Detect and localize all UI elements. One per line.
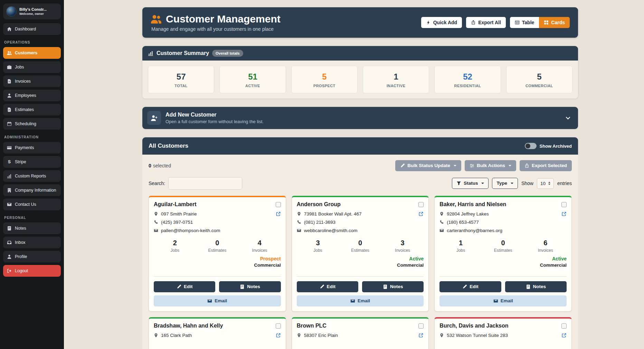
- page-subtitle: Manage and engage with all your customer…: [151, 26, 281, 32]
- pin-icon: [297, 333, 301, 338]
- customer-card: Baker, Harris and Nielsen 92804 Jeffrey …: [434, 196, 572, 312]
- notes-icon: [7, 226, 12, 231]
- sidebar-item-scheduling[interactable]: Scheduling: [3, 118, 61, 130]
- table-view-label: Table: [522, 20, 534, 25]
- sidebar-section-administration: ADMINISTRATION: [4, 135, 60, 139]
- type-filter-button[interactable]: Type: [492, 178, 518, 189]
- pin-icon: [154, 333, 158, 338]
- envelope-icon: [350, 299, 355, 303]
- sidebar-item-jobs[interactable]: Jobs: [3, 61, 61, 73]
- table-view-button[interactable]: Table: [510, 17, 539, 28]
- external-link-icon[interactable]: [561, 333, 567, 338]
- export-selected-label: Export Selected: [532, 163, 567, 168]
- customer-email: webbcaroline@smith.com: [304, 228, 358, 233]
- pencil-icon: [400, 163, 405, 168]
- stat-label: COMMERCIAL: [509, 84, 570, 88]
- cards-view-button[interactable]: Cards: [539, 17, 570, 28]
- external-link-icon[interactable]: [418, 333, 424, 338]
- search-input[interactable]: [168, 177, 242, 190]
- select-checkbox[interactable]: [418, 202, 424, 207]
- sidebar-item-contact-us[interactable]: Contact Us: [3, 199, 61, 210]
- select-checkbox[interactable]: [276, 202, 281, 207]
- sliders-icon: [470, 163, 474, 168]
- table-icon: [515, 20, 520, 25]
- customer-card: Burch, Davis and Jackson 532 Watson Tunn…: [434, 317, 572, 349]
- notes-button[interactable]: Notes: [219, 281, 281, 292]
- export-icon: [524, 163, 529, 168]
- stat-active: 51 ACTIVE: [219, 66, 286, 93]
- status-badge: Prospect: [154, 256, 281, 261]
- external-link-icon[interactable]: [418, 211, 424, 217]
- sidebar-item-stripe[interactable]: S Stripe: [3, 156, 61, 168]
- sidebar-item-inbox[interactable]: Inbox: [3, 237, 61, 248]
- sidebar-item-label: Stripe: [15, 159, 26, 164]
- export-selected-button[interactable]: Export Selected: [520, 160, 572, 171]
- sidebar-item-dashboard[interactable]: Dashboard: [3, 23, 61, 35]
- external-link-icon[interactable]: [276, 211, 281, 217]
- sidebar-item-label: Dashboard: [15, 27, 36, 31]
- sidebar-item-employees[interactable]: Employees: [3, 90, 61, 101]
- external-link-icon[interactable]: [561, 211, 567, 217]
- caret-down-icon: [481, 183, 484, 184]
- pin-icon: [439, 333, 444, 338]
- chart-icon: [7, 174, 12, 178]
- sidebar-item-payments[interactable]: Payments: [3, 142, 61, 154]
- sidebar-item-customers[interactable]: Customers: [3, 47, 61, 59]
- status-badge: Active: [439, 256, 567, 261]
- selected-label: selected: [153, 163, 171, 168]
- home-icon: [7, 27, 12, 31]
- customer-address: 92804 Jeffrey Lakes: [447, 211, 489, 217]
- building-icon: [7, 188, 12, 193]
- export-icon: [471, 20, 476, 25]
- edit-button[interactable]: Edit: [439, 281, 501, 292]
- all-customers-body: 0selected Bulk Status Update Bulk Action…: [142, 155, 578, 349]
- export-all-button[interactable]: Export All: [466, 17, 506, 28]
- customer-card: Aguilar-Lambert 097 Smith Prairie (425) …: [149, 196, 286, 312]
- external-link-icon[interactable]: [276, 333, 281, 338]
- invoice-icon: [7, 79, 12, 84]
- profile-icon: [7, 254, 12, 259]
- users-icon: [7, 50, 12, 55]
- select-checkbox[interactable]: [561, 323, 567, 329]
- show-archived-label: Show Archived: [540, 144, 572, 149]
- sidebar-item-company-information[interactable]: Company Information: [3, 184, 61, 196]
- sidebar-item-estimates[interactable]: Estimates: [3, 104, 61, 116]
- email-button[interactable]: Email: [439, 295, 567, 306]
- select-checkbox[interactable]: [561, 202, 567, 207]
- add-new-customer-bar[interactable]: Add New Customer Open a full customer fo…: [142, 107, 578, 129]
- type-badge: Commercial: [439, 263, 567, 268]
- quick-add-button[interactable]: Quick Add: [421, 17, 462, 28]
- customer-name: Anderson Group: [297, 201, 424, 208]
- edit-button[interactable]: Edit: [154, 281, 215, 292]
- sidebar-item-invoices[interactable]: Invoices: [3, 75, 61, 87]
- status-filter-button[interactable]: Status: [452, 178, 489, 189]
- pin-icon: [154, 212, 158, 216]
- sidebar-item-label: Custom Reports: [15, 174, 46, 178]
- sidebar: Billy's Constr... Welcome, owner Dashboa…: [0, 0, 64, 349]
- notes-button[interactable]: Notes: [362, 281, 424, 292]
- select-checkbox[interactable]: [276, 323, 281, 329]
- add-new-title: Add New Customer: [165, 112, 264, 118]
- stat-label: RESIDENTIAL: [437, 84, 498, 88]
- sidebar-section-personal: PERSONAL: [4, 216, 60, 220]
- customer-name: Brown PLC: [297, 323, 424, 329]
- page-size-select[interactable]: 10: [537, 178, 554, 189]
- notes-button[interactable]: Notes: [505, 281, 567, 292]
- email-button[interactable]: Email: [154, 295, 281, 306]
- select-checkbox[interactable]: [418, 323, 424, 329]
- sidebar-item-notes[interactable]: Notes: [3, 222, 61, 234]
- bulk-actions-button[interactable]: Bulk Actions: [465, 160, 516, 171]
- customer-email: carteranthony@barnes.org: [447, 228, 502, 233]
- credit-card-icon: [7, 145, 12, 150]
- customer-card: Brown PLC 58307 Eric Plain: [292, 317, 429, 349]
- sidebar-item-custom-reports[interactable]: Custom Reports: [3, 170, 61, 182]
- edit-button[interactable]: Edit: [297, 281, 358, 292]
- email-button[interactable]: Email: [297, 295, 424, 306]
- bulk-status-update-button[interactable]: Bulk Status Update: [395, 160, 461, 171]
- sidebar-item-profile[interactable]: Profile: [3, 251, 61, 263]
- bulk-toolbar: 0selected Bulk Status Update Bulk Action…: [149, 160, 572, 171]
- show-archived-toggle[interactable]: [525, 143, 537, 149]
- sidebar-item-logout[interactable]: Logout: [3, 265, 61, 277]
- summary-title: Customer Summary: [157, 50, 209, 56]
- brand-card[interactable]: Billy's Constr... Welcome, owner: [3, 3, 61, 19]
